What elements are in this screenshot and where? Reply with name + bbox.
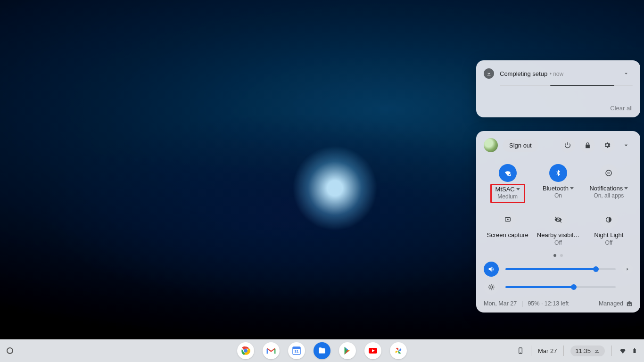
shelf: 31 Mar 27 11:35 [0, 339, 644, 362]
notification-time: now [553, 71, 563, 77]
night-light-sub: Off [594, 239, 623, 247]
sign-out-button[interactable]: Sign out [503, 139, 538, 152]
bluetooth-title: Bluetooth [543, 185, 569, 192]
managed-label[interactable]: Managed [599, 300, 623, 307]
night-light-tile[interactable]: Night Light Off [585, 208, 633, 251]
avatar[interactable] [484, 138, 498, 152]
photos-icon[interactable] [390, 342, 407, 359]
screen-capture-tile[interactable]: Screen capture [484, 208, 531, 251]
svg-point-16 [520, 352, 520, 353]
screen-capture-icon[interactable] [499, 211, 517, 229]
wifi-label-highlighted: MtSAC Medium [490, 184, 525, 203]
wifi-icon[interactable] [499, 164, 517, 182]
notification-title: Completing setup [500, 70, 547, 77]
svg-text:31: 31 [295, 349, 299, 354]
download-icon [484, 68, 494, 79]
managed-icon [626, 300, 633, 307]
svg-rect-12 [293, 347, 300, 349]
shelf-apps: 31 [237, 342, 407, 359]
nearby-sub: Off [537, 239, 579, 247]
quick-settings-header: Sign out [484, 138, 633, 153]
quick-settings-panel: Sign out MtSAC Medium [476, 131, 640, 313]
clear-all-button[interactable]: Clear all [484, 105, 633, 112]
collapse-button[interactable] [619, 141, 633, 149]
notification-expand-button[interactable] [619, 67, 633, 80]
bluetooth-sub: On [543, 192, 574, 199]
bluetooth-tile[interactable]: Bluetooth On [534, 161, 582, 208]
notifications-title: Notifications [589, 185, 623, 192]
bluetooth-icon[interactable] [549, 164, 567, 182]
power-button[interactable] [560, 138, 575, 153]
svg-rect-1 [509, 174, 510, 175]
do-not-disturb-icon[interactable] [600, 164, 618, 182]
play-store-icon[interactable] [339, 342, 356, 359]
nearby-visibility-tile[interactable]: Nearby visibil… Off [534, 208, 582, 251]
volume-row [484, 262, 633, 277]
nearby-title: Nearby visibil… [537, 231, 579, 239]
lock-button[interactable] [580, 138, 595, 153]
visibility-off-icon[interactable] [549, 211, 567, 229]
wifi-sub: Medium [495, 193, 520, 200]
audio-output-button[interactable] [622, 264, 633, 274]
chevron-down-icon [624, 187, 628, 189]
volume-slider[interactable] [505, 268, 616, 270]
chrome-icon[interactable] [237, 342, 254, 359]
chevron-down-icon [570, 187, 574, 189]
shelf-status-area[interactable]: Mar 27 11:35 [517, 346, 637, 356]
notification-item[interactable]: Completing setup • now [484, 67, 633, 80]
chevron-down-icon [516, 188, 520, 190]
volume-icon[interactable] [484, 262, 499, 277]
wifi-tile[interactable]: MtSAC Medium [484, 161, 531, 208]
shelf-date: Mar 27 [538, 347, 557, 354]
wifi-status-icon [619, 346, 627, 355]
youtube-icon[interactable] [364, 342, 381, 359]
notifications-sub: On, all apps [589, 192, 628, 199]
download-indicator-icon [594, 347, 600, 354]
calendar-icon[interactable]: 31 [288, 342, 305, 359]
quick-settings-tiles: MtSAC Medium Bluetooth On Notifications … [484, 161, 633, 251]
battery-status-icon [632, 346, 637, 355]
notification-progress [500, 85, 633, 86]
shelf-time-chip[interactable]: 11:35 [570, 346, 605, 356]
notifications-tile[interactable]: Notifications On, all apps [585, 161, 633, 208]
brightness-row [484, 280, 633, 295]
brightness-slider[interactable] [505, 286, 616, 288]
svg-point-6 [490, 286, 492, 288]
screen-capture-title: Screen capture [487, 231, 528, 239]
files-icon[interactable] [314, 342, 330, 359]
wifi-title: MtSAC [495, 186, 515, 193]
settings-button[interactable] [600, 138, 615, 153]
footer-battery: 95% · 12:13 left [528, 300, 569, 307]
night-light-title: Night Light [594, 231, 623, 239]
brightness-icon[interactable] [484, 280, 499, 295]
footer-date: Mon, Mar 27 [484, 300, 517, 307]
gmail-icon[interactable] [263, 342, 280, 359]
launcher-button[interactable] [7, 347, 13, 354]
phone-hub-icon[interactable] [517, 347, 524, 354]
tiles-pager[interactable] [484, 254, 633, 257]
shelf-time: 11:35 [575, 347, 591, 354]
night-light-icon[interactable] [600, 211, 618, 229]
notification-panel: Completing setup • now Clear all [476, 60, 640, 117]
quick-settings-footer: Mon, Mar 27 | 95% · 12:13 left Managed [484, 300, 633, 307]
svg-point-4 [507, 219, 508, 220]
